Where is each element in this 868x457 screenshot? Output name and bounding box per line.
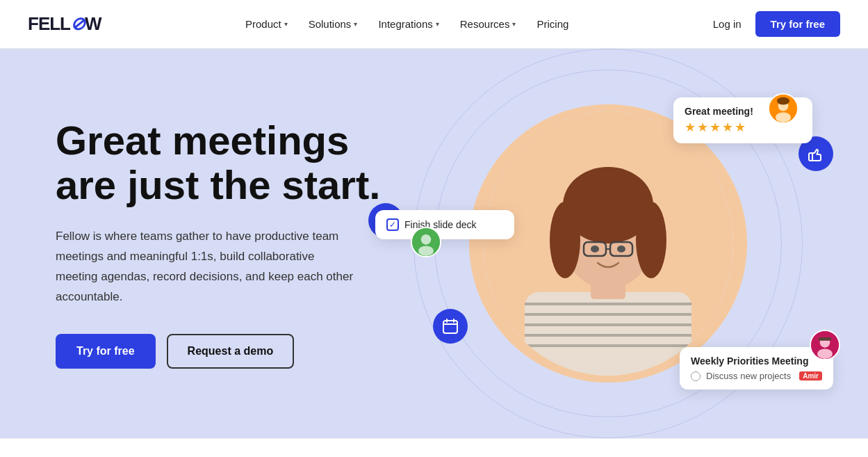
logo-text-fellow: FELL — [28, 13, 70, 35]
nav-pricing[interactable]: Pricing — [537, 18, 568, 30]
nav-resources[interactable]: Resources ▾ — [460, 18, 516, 30]
nav-solutions[interactable]: Solutions ▾ — [309, 18, 358, 30]
logo-text-w: W — [85, 13, 101, 35]
svg-rect-5 — [525, 334, 691, 337]
navbar: FELL⊘W Product ▾ Solutions ▾ Integration… — [0, 0, 868, 49]
svg-rect-4 — [525, 323, 691, 326]
meeting-item: Discuss new projects Amir — [691, 371, 822, 381]
thumbs-up-icon — [808, 145, 824, 162]
hero-buttons: Try for free Request a demo — [56, 334, 389, 369]
avatar-face-orange — [769, 95, 797, 122]
nav-product[interactable]: Product ▾ — [245, 18, 288, 30]
calendar-icon-bubble — [433, 309, 468, 344]
svg-rect-6 — [525, 344, 691, 347]
meeting-circle-icon — [691, 371, 701, 381]
chevron-down-icon: ▾ — [354, 20, 357, 28]
svg-rect-2 — [525, 303, 691, 305]
hero-right: Great meeting! ★★★★★ ✓ Finish slide deck… — [389, 77, 826, 410]
meeting-item-label: Discuss new projects — [706, 371, 791, 381]
svg-point-15 — [591, 246, 599, 252]
task-checkbox: ✓ — [386, 218, 399, 231]
svg-point-23 — [421, 234, 432, 245]
svg-rect-18 — [443, 321, 457, 333]
hero-title: Great meetings are just the start. — [56, 118, 389, 207]
person-avatar-pink — [811, 330, 839, 360]
request-demo-button[interactable]: Request a demo — [167, 334, 295, 369]
svg-point-28 — [777, 97, 789, 105]
svg-point-27 — [776, 112, 791, 122]
nav-try-free-button[interactable]: Try for free — [755, 11, 840, 37]
login-link[interactable]: Log in — [713, 18, 742, 30]
svg-point-31 — [817, 348, 833, 359]
chevron-down-icon: ▾ — [284, 20, 288, 28]
task-card: ✓ Finish slide deck — [375, 210, 514, 239]
bottom-bar: Rated #1 meeting management software on … — [0, 438, 868, 457]
svg-point-10 — [550, 202, 580, 278]
meeting-card-title: Weekly Priorities Meeting — [691, 355, 822, 367]
chevron-down-icon: ▾ — [512, 20, 516, 28]
svg-point-16 — [617, 246, 625, 252]
avatar-green — [411, 227, 441, 257]
hero-section: Great meetings are just the start. Fello… — [0, 49, 868, 438]
hero-description: Fellow is where teams gather to have pro… — [56, 227, 354, 307]
nav-right: Log in Try for free — [713, 11, 840, 37]
person-avatar-orange — [769, 93, 797, 124]
meeting-card: Weekly Priorities Meeting Discuss new pr… — [680, 347, 833, 390]
task-row: ✓ Finish slide deck — [386, 218, 503, 231]
avatar-pink — [810, 330, 840, 360]
hero-left: Great meetings are just the start. Fello… — [56, 118, 389, 368]
logo[interactable]: FELL⊘W — [28, 13, 101, 35]
person-avatar-green — [412, 227, 440, 257]
hero-person-image — [483, 111, 733, 376]
svg-point-24 — [419, 246, 434, 256]
nav-integrations[interactable]: Integrations ▾ — [378, 18, 439, 30]
nav-links: Product ▾ Solutions ▾ Integrations ▾ Res… — [245, 18, 568, 30]
avatar-face-pink — [811, 331, 839, 359]
svg-rect-32 — [819, 337, 831, 341]
svg-rect-3 — [525, 313, 691, 316]
person-svg — [483, 111, 733, 376]
task-label: Finish slide deck — [404, 219, 477, 230]
logo-slash: ⊘ — [70, 13, 85, 35]
calendar-icon — [442, 318, 459, 335]
svg-point-11 — [636, 202, 666, 278]
assignee-badge: Amir — [799, 371, 822, 380]
try-free-button[interactable]: Try for free — [56, 334, 156, 369]
avatar-face-green — [412, 228, 440, 256]
chevron-down-icon: ▾ — [436, 20, 439, 28]
avatar-orange — [768, 93, 799, 124]
